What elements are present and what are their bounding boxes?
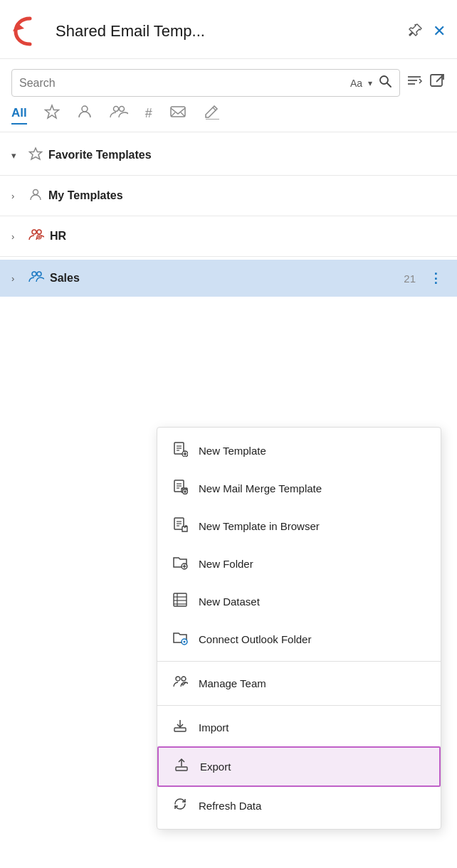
hash-tab-icon: # bbox=[145, 106, 152, 121]
svg-point-18 bbox=[33, 190, 38, 195]
new-template-label: New Template bbox=[199, 445, 266, 457]
svg-point-56 bbox=[182, 677, 186, 681]
my-templates-arrow: › bbox=[11, 191, 23, 201]
new-folder-icon bbox=[172, 554, 189, 573]
svg-point-10 bbox=[113, 107, 118, 112]
search-icon[interactable] bbox=[378, 74, 392, 92]
svg-marker-8 bbox=[45, 105, 58, 118]
svg-point-54 bbox=[184, 641, 186, 643]
svg-point-19 bbox=[32, 230, 36, 234]
svg-line-2 bbox=[387, 83, 391, 87]
menu-divider-1 bbox=[157, 661, 441, 662]
hr-arrow: › bbox=[11, 231, 23, 242]
app-logo bbox=[11, 13, 48, 50]
sales-icon bbox=[28, 270, 44, 287]
favorites-arrow: ▾ bbox=[11, 150, 23, 161]
open-external-icon[interactable] bbox=[429, 73, 446, 93]
new-template-icon bbox=[172, 441, 189, 460]
aa-chevron[interactable]: ▾ bbox=[368, 78, 372, 88]
sales-label: Sales bbox=[50, 272, 398, 285]
tab-all[interactable]: All bbox=[11, 106, 27, 125]
app-header: Shared Email Temp... ✕ bbox=[0, 0, 457, 59]
edit-tab-icon bbox=[204, 104, 219, 123]
menu-new-template[interactable]: New Template bbox=[157, 432, 441, 470]
new-dataset-icon bbox=[172, 592, 189, 611]
context-menu: New Template New Mail Merge Template bbox=[157, 427, 441, 830]
divider-3 bbox=[0, 256, 457, 257]
favorites-label: Favorite Templates bbox=[48, 149, 446, 162]
tab-mail[interactable] bbox=[169, 105, 187, 125]
svg-line-13 bbox=[171, 112, 175, 117]
svg-line-14 bbox=[181, 112, 185, 117]
my-templates-icon bbox=[28, 187, 43, 204]
pin-icon[interactable] bbox=[409, 23, 423, 41]
manage-team-icon bbox=[172, 674, 189, 693]
connect-outlook-label: Connect Outlook Folder bbox=[199, 633, 311, 645]
export-icon bbox=[173, 757, 190, 776]
tab-hash[interactable]: # bbox=[145, 106, 152, 124]
close-icon[interactable]: ✕ bbox=[433, 22, 446, 41]
svg-point-11 bbox=[119, 107, 124, 112]
menu-connect-outlook[interactable]: Connect Outlook Folder bbox=[157, 620, 441, 658]
menu-refresh-data[interactable]: Refresh Data bbox=[157, 787, 441, 825]
new-folder-label: New Folder bbox=[199, 558, 253, 570]
svg-line-15 bbox=[213, 107, 216, 110]
search-bar: Aa ▾ bbox=[11, 69, 400, 97]
person-tab-icon bbox=[77, 104, 93, 123]
people-tab-icon bbox=[110, 104, 128, 123]
menu-export[interactable]: Export bbox=[157, 746, 441, 787]
svg-point-55 bbox=[176, 677, 180, 681]
sales-count: 21 bbox=[404, 272, 416, 285]
hr-icon bbox=[28, 228, 44, 245]
app-title: Shared Email Temp... bbox=[56, 22, 401, 41]
tree-item-hr[interactable]: › HR bbox=[0, 219, 457, 253]
divider-2 bbox=[0, 216, 457, 216]
header-actions: ✕ bbox=[409, 22, 446, 41]
aa-button[interactable]: Aa bbox=[350, 78, 362, 89]
svg-point-9 bbox=[82, 106, 88, 112]
svg-rect-6 bbox=[431, 75, 442, 86]
tree-item-favorites[interactable]: ▾ Favorite Templates bbox=[0, 138, 457, 172]
svg-rect-59 bbox=[176, 767, 187, 771]
menu-manage-team[interactable]: Manage Team bbox=[157, 665, 441, 702]
menu-new-folder[interactable]: New Folder bbox=[157, 545, 441, 583]
sales-arrow: › bbox=[11, 273, 23, 284]
export-label: Export bbox=[200, 761, 231, 773]
tree-item-sales[interactable]: › Sales 21 ⋮ bbox=[0, 260, 457, 297]
menu-new-template-browser[interactable]: New Template in Browser bbox=[157, 507, 441, 545]
menu-import[interactable]: Import bbox=[157, 709, 441, 746]
sales-more-button[interactable]: ⋮ bbox=[426, 268, 446, 288]
tab-people[interactable] bbox=[110, 104, 128, 126]
new-mail-merge-icon bbox=[172, 479, 189, 498]
tree-list: ▾ Favorite Templates › My Templates › bbox=[0, 132, 457, 302]
connect-outlook-icon bbox=[172, 630, 189, 649]
tab-person[interactable] bbox=[77, 104, 93, 126]
new-dataset-label: New Dataset bbox=[199, 596, 260, 608]
svg-point-25 bbox=[37, 272, 41, 276]
menu-divider-2 bbox=[157, 705, 441, 706]
tree-item-my-templates[interactable]: › My Templates bbox=[0, 179, 457, 213]
divider-1 bbox=[0, 175, 457, 176]
my-templates-label: My Templates bbox=[48, 189, 446, 202]
svg-marker-17 bbox=[30, 148, 42, 159]
refresh-data-icon bbox=[172, 796, 189, 815]
manage-team-label: Manage Team bbox=[199, 677, 266, 689]
filter-icon[interactable] bbox=[406, 73, 423, 93]
menu-new-dataset[interactable]: New Dataset bbox=[157, 583, 441, 620]
tab-edit[interactable] bbox=[204, 104, 219, 126]
import-label: Import bbox=[199, 721, 229, 734]
new-template-browser-icon bbox=[172, 517, 189, 536]
new-mail-merge-label: New Mail Merge Template bbox=[199, 482, 322, 494]
filter-tabs: All # bbox=[0, 97, 457, 132]
new-template-browser-label: New Template in Browser bbox=[199, 520, 320, 532]
svg-point-20 bbox=[37, 230, 41, 234]
menu-new-mail-merge[interactable]: New Mail Merge Template bbox=[157, 470, 441, 507]
mail-tab-icon bbox=[169, 105, 187, 122]
refresh-data-label: Refresh Data bbox=[199, 800, 261, 812]
svg-point-1 bbox=[380, 76, 388, 84]
tab-star[interactable] bbox=[44, 104, 60, 126]
import-icon bbox=[172, 718, 189, 737]
favorites-icon bbox=[28, 147, 43, 164]
hr-label: HR bbox=[50, 230, 446, 243]
search-input[interactable] bbox=[19, 77, 345, 90]
